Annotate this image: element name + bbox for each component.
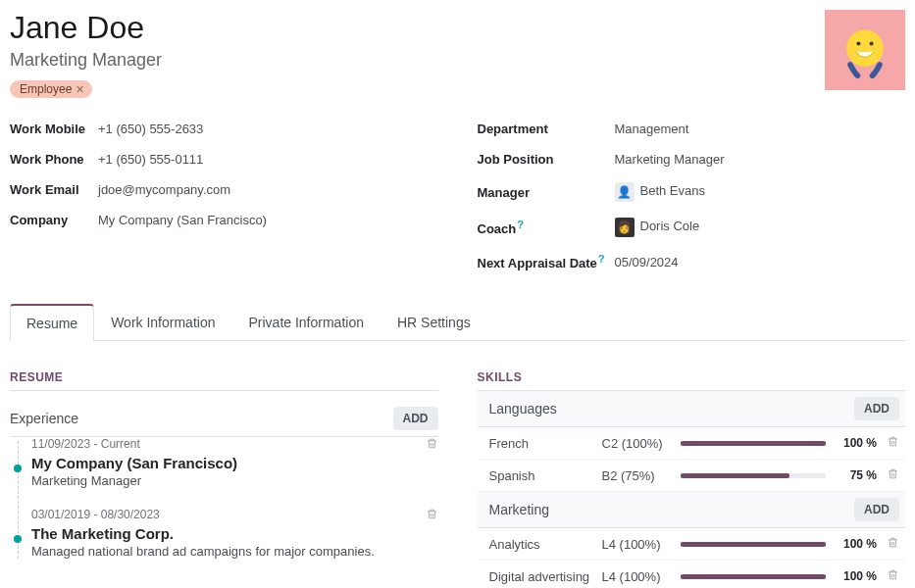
field-label: Work Email [10, 182, 98, 197]
resume-pane: RESUME Experience ADD 11/09/2023 - Curre… [10, 370, 438, 588]
field-manager: Manager 👤Beth Evans [478, 182, 906, 202]
skill-progress [681, 574, 827, 579]
svg-point-1 [856, 41, 860, 45]
skill-name: Spanish [489, 468, 592, 483]
employee-name: Jane Doe [10, 10, 805, 46]
add-experience-button[interactable]: ADD [393, 407, 438, 430]
skill-level: L4 (100%) [602, 569, 671, 584]
tag-label: Employee [20, 82, 72, 96]
skill-row: FrenchC2 (100%)100 % [478, 427, 906, 460]
skill-level: C2 (100%) [602, 436, 671, 451]
skill-percent: 100 % [836, 569, 877, 583]
skill-row: Digital advertisingL4 (100%)100 % [478, 561, 906, 588]
experience-description: Marketing Manager [31, 473, 438, 488]
skills-pane: SKILLS LanguagesADDFrenchC2 (100%)100 %S… [478, 370, 906, 588]
experience-dates: 03/01/2019 - 08/30/2023 [31, 508, 438, 521]
field-value[interactable]: +1 (650) 555-2633 [98, 122, 203, 136]
delete-experience-button[interactable] [426, 509, 438, 523]
delete-skill-button[interactable] [887, 435, 899, 451]
field-value[interactable]: 05/09/2024 [615, 255, 679, 270]
trash-icon [887, 467, 899, 480]
trash-icon [887, 568, 899, 581]
employee-job-title: Marketing Manager [10, 50, 805, 71]
field-department: Department Management [478, 122, 906, 136]
tag-employee[interactable]: Employee ✕ [10, 80, 92, 98]
field-work-email: Work Email jdoe@mycompany.com [10, 182, 438, 197]
field-coach: Coach? 👩Doris Cole [478, 218, 906, 237]
resume-title: RESUME [10, 370, 438, 391]
skill-name: Digital advertising [489, 569, 592, 584]
field-label: Coach? [478, 219, 615, 236]
skill-row: SpanishB2 (75%)75 % [478, 460, 906, 492]
skill-category: LanguagesADD [478, 391, 906, 427]
field-value[interactable]: 👤Beth Evans [615, 182, 706, 202]
skill-level: B2 (75%) [602, 468, 671, 483]
delete-experience-button[interactable] [426, 438, 438, 453]
skill-progress [681, 441, 827, 446]
trash-icon [426, 437, 438, 450]
experience-description: Managed national brand ad campaigns for … [31, 544, 438, 559]
field-label: Work Phone [10, 152, 98, 167]
help-icon[interactable]: ? [517, 219, 524, 230]
trash-icon [887, 435, 899, 448]
experience-label: Experience [10, 411, 78, 426]
field-value[interactable]: +1 (650) 555-0111 [98, 152, 203, 167]
coach-avatar: 👩 [615, 218, 635, 237]
manager-avatar: 👤 [615, 182, 635, 202]
field-next-appraisal: Next Appraisal Date? 05/09/2024 [478, 253, 906, 270]
experience-title: My Company (San Francisco) [31, 455, 438, 471]
field-value[interactable]: Marketing Manager [615, 152, 725, 167]
trash-icon [426, 508, 438, 520]
add-skill-button[interactable]: ADD [854, 498, 899, 521]
add-skill-button[interactable]: ADD [854, 397, 899, 420]
delete-skill-button[interactable] [887, 568, 899, 584]
svg-point-2 [870, 41, 874, 45]
tab-hr-settings[interactable]: HR Settings [381, 304, 487, 341]
field-value[interactable]: 👩Doris Cole [615, 218, 700, 237]
field-label: Department [478, 122, 615, 136]
experience-item: 11/09/2023 - CurrentMy Company (San Fran… [31, 437, 438, 488]
field-label: Next Appraisal Date? [478, 253, 615, 270]
delete-skill-button[interactable] [887, 536, 899, 552]
skill-category-name: Languages [489, 401, 557, 416]
skill-category: MarketingADD [478, 492, 906, 528]
skill-name: French [489, 436, 592, 451]
field-value[interactable]: jdoe@mycompany.com [98, 182, 230, 197]
field-label: Manager [478, 185, 615, 200]
skill-percent: 75 % [836, 468, 877, 482]
field-label: Work Mobile [10, 122, 98, 136]
skill-progress [681, 542, 827, 547]
tab-work-information[interactable]: Work Information [94, 304, 231, 341]
tab-private-information[interactable]: Private Information [231, 304, 381, 341]
field-work-phone: Work Phone +1 (650) 555-0111 [10, 152, 438, 167]
field-job-position: Job Position Marketing Manager [478, 152, 906, 167]
skill-row: AnalyticsL4 (100%)100 % [478, 528, 906, 561]
skill-progress [681, 473, 827, 478]
trash-icon [887, 536, 899, 549]
skill-percent: 100 % [836, 537, 877, 551]
experience-title: The Marketing Corp. [31, 525, 438, 542]
skill-name: Analytics [489, 537, 592, 552]
field-work-mobile: Work Mobile +1 (650) 555-2633 [10, 122, 438, 136]
skills-title: SKILLS [478, 370, 906, 391]
tab-resume[interactable]: Resume [10, 304, 94, 341]
avatar[interactable] [825, 10, 905, 90]
experience-dates: 11/09/2023 - Current [31, 437, 438, 451]
delete-skill-button[interactable] [887, 467, 899, 483]
skill-percent: 100 % [836, 436, 877, 450]
field-label: Company [10, 213, 98, 227]
smiley-icon [836, 21, 894, 79]
help-icon[interactable]: ? [598, 253, 605, 265]
skill-category-name: Marketing [489, 502, 549, 517]
field-company: Company My Company (San Francisco) [10, 213, 438, 227]
field-value[interactable]: My Company (San Francisco) [98, 213, 267, 227]
skill-level: L4 (100%) [602, 537, 671, 552]
field-value[interactable]: Management [615, 122, 689, 136]
close-icon[interactable]: ✕ [76, 83, 84, 96]
tabs: Resume Work Information Private Informat… [10, 304, 905, 341]
svg-point-0 [846, 29, 884, 67]
field-label: Job Position [478, 152, 615, 167]
experience-item: 03/01/2019 - 08/30/2023The Marketing Cor… [31, 508, 438, 559]
